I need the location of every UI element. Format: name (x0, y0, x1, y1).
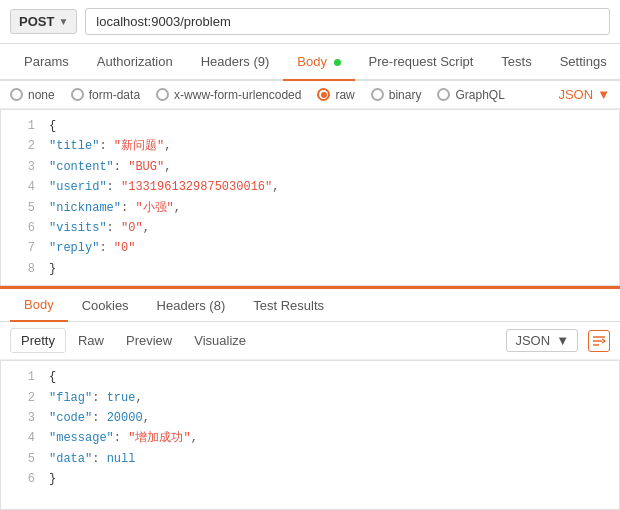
tab-authorization[interactable]: Authorization (83, 44, 187, 79)
table-row: 2"flag": true, (1, 388, 619, 408)
request-tabs: Params Authorization Headers (9) Body Pr… (0, 44, 620, 81)
body-dot-icon (334, 59, 341, 66)
resp-tab-cookies[interactable]: Cookies (68, 290, 143, 321)
view-visualize-button[interactable]: Visualize (184, 329, 256, 352)
method-select[interactable]: POST ▼ (10, 9, 77, 34)
table-row: 1{ (1, 116, 619, 136)
response-section: Body Cookies Headers (8) Test Results Pr… (0, 286, 620, 510)
resp-tab-test-results[interactable]: Test Results (239, 290, 338, 321)
line-number: 5 (11, 198, 35, 218)
line-number: 1 (11, 367, 35, 387)
tab-tests[interactable]: Tests (487, 44, 545, 79)
code-line-content: "userid": "1331961329875030016", (49, 177, 279, 197)
radio-urlencoded-circle (156, 88, 169, 101)
code-line-content: "nickname": "小强", (49, 198, 181, 218)
tab-settings[interactable]: Settings (546, 44, 620, 79)
code-line-content: "visits": "0", (49, 218, 150, 238)
radio-form-data[interactable]: form-data (71, 88, 140, 102)
table-row: 5"nickname": "小强", (1, 198, 619, 218)
line-number: 2 (11, 136, 35, 156)
radio-none[interactable]: none (10, 88, 55, 102)
url-input[interactable] (85, 8, 610, 35)
code-line-content: "code": 20000, (49, 408, 150, 428)
line-number: 8 (11, 259, 35, 279)
line-number: 4 (11, 177, 35, 197)
resp-tab-body[interactable]: Body (10, 289, 68, 322)
wrap-icon (592, 334, 606, 348)
method-label: POST (19, 14, 54, 29)
table-row: 3"code": 20000, (1, 408, 619, 428)
table-row: 6} (1, 469, 619, 489)
view-preview-button[interactable]: Preview (116, 329, 182, 352)
tab-params[interactable]: Params (10, 44, 83, 79)
line-number: 3 (11, 157, 35, 177)
tab-body[interactable]: Body (283, 44, 354, 81)
line-number: 7 (11, 238, 35, 258)
code-line-content: { (49, 116, 56, 136)
url-bar: POST ▼ (0, 0, 620, 44)
response-format-select[interactable]: JSON ▼ (506, 329, 578, 352)
line-number: 1 (11, 116, 35, 136)
radio-binary-circle (371, 88, 384, 101)
table-row: 6"visits": "0", (1, 218, 619, 238)
response-format-arrow-icon: ▼ (556, 333, 569, 348)
tab-prerequest[interactable]: Pre-request Script (355, 44, 488, 79)
table-row: 8} (1, 259, 619, 279)
table-row: 5"data": null (1, 449, 619, 469)
response-toolbar: Pretty Raw Preview Visualize JSON ▼ (0, 322, 620, 360)
table-row: 1{ (1, 367, 619, 387)
radio-raw-circle (317, 88, 330, 101)
radio-urlencoded[interactable]: x-www-form-urlencoded (156, 88, 301, 102)
radio-graphql-circle (437, 88, 450, 101)
table-row: 4"message": "增加成功", (1, 428, 619, 448)
code-line-content: "message": "增加成功", (49, 428, 198, 448)
code-line-content: } (49, 259, 56, 279)
line-number: 4 (11, 428, 35, 448)
wrap-text-button[interactable] (588, 330, 610, 352)
code-line-content: } (49, 469, 56, 489)
tab-headers[interactable]: Headers (9) (187, 44, 284, 79)
response-tabs: Body Cookies Headers (8) Test Results (0, 289, 620, 322)
request-body-editor[interactable]: 1{2"title": "新问题",3"content": "BUG",4"us… (0, 109, 620, 286)
resp-tab-headers[interactable]: Headers (8) (143, 290, 240, 321)
radio-form-data-circle (71, 88, 84, 101)
json-format-dropdown[interactable]: JSON ▼ (558, 87, 610, 102)
code-line-content: "title": "新问题", (49, 136, 171, 156)
body-types-row: none form-data x-www-form-urlencoded raw… (0, 81, 620, 109)
view-pretty-button[interactable]: Pretty (10, 328, 66, 353)
table-row: 3"content": "BUG", (1, 157, 619, 177)
code-line-content: "data": null (49, 449, 135, 469)
method-arrow-icon: ▼ (58, 16, 68, 27)
radio-raw[interactable]: raw (317, 88, 354, 102)
response-body-display: 1{2"flag": true,3"code": 20000,4"message… (0, 360, 620, 510)
table-row: 2"title": "新问题", (1, 136, 619, 156)
radio-binary[interactable]: binary (371, 88, 422, 102)
json-format-arrow-icon: ▼ (597, 87, 610, 102)
radio-graphql[interactable]: GraphQL (437, 88, 504, 102)
line-number: 5 (11, 449, 35, 469)
line-number: 6 (11, 469, 35, 489)
code-line-content: "reply": "0" (49, 238, 135, 258)
view-raw-button[interactable]: Raw (68, 329, 114, 352)
code-line-content: { (49, 367, 56, 387)
line-number: 3 (11, 408, 35, 428)
code-line-content: "flag": true, (49, 388, 143, 408)
radio-none-circle (10, 88, 23, 101)
code-line-content: "content": "BUG", (49, 157, 171, 177)
table-row: 7"reply": "0" (1, 238, 619, 258)
table-row: 4"userid": "1331961329875030016", (1, 177, 619, 197)
line-number: 6 (11, 218, 35, 238)
line-number: 2 (11, 388, 35, 408)
